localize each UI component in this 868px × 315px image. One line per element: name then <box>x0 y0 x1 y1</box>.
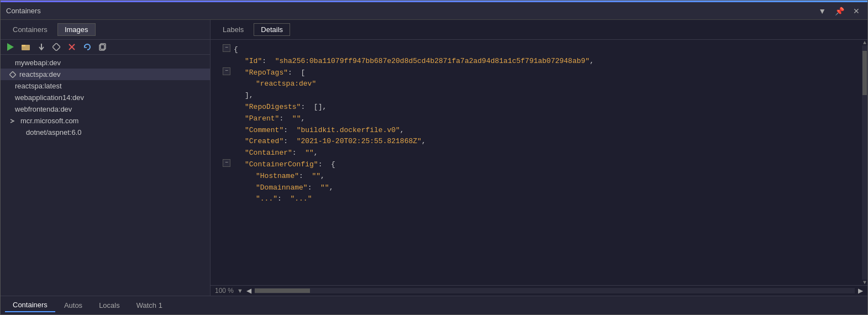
scroll-up-button[interactable]: ▲ <box>862 40 867 45</box>
item-label: reactspa:dev <box>19 70 60 78</box>
json-line: "reactspa:dev" <box>217 78 855 90</box>
copy-icon <box>99 43 107 51</box>
item-label: dotnet/aspnet:6.0 <box>26 128 81 136</box>
window-title: Containers <box>6 7 41 15</box>
json-line: − { <box>217 44 855 56</box>
main-content: Containers Images <box>1 20 867 296</box>
left-panel: Containers Images <box>1 20 211 296</box>
json-line: "Comment" : "buildkit.dockerfile.v0" , <box>217 125 855 136</box>
json-line: "Parent" : "" , <box>217 113 855 125</box>
close-button[interactable]: ✕ <box>851 6 862 17</box>
folder-button[interactable] <box>19 42 33 52</box>
json-line: "Domainname" : "" , <box>217 182 855 194</box>
right-bottom-area: 100 % ▼ ◀ ▶ <box>211 285 867 296</box>
list-item[interactable]: mcr.microsoft.com <box>1 115 210 127</box>
tab-labels[interactable]: Labels <box>216 24 250 35</box>
json-line: "Created" : "2021-10-20T02:25:55.821868Z… <box>217 136 855 148</box>
minimize-button[interactable]: ▼ <box>816 6 828 17</box>
refresh-button[interactable] <box>81 42 93 52</box>
tag-icon <box>52 43 60 51</box>
delete-button[interactable] <box>66 42 78 52</box>
item-label: mcr.microsoft.com <box>18 117 78 125</box>
right-scrollbar[interactable]: ▲ ▼ <box>862 40 867 285</box>
item-label: reactspa:latest <box>15 82 62 90</box>
item-label: webfrontenda:dev <box>15 105 72 113</box>
scroll-down-button[interactable]: ▼ <box>862 280 867 285</box>
collapse-button[interactable]: − <box>223 159 230 167</box>
json-view[interactable]: − { "Id" : "sha256:0ba11079ff947bb687e20… <box>211 40 862 285</box>
bottom-tab-autos[interactable]: Autos <box>56 299 90 312</box>
collapse-arrow-icon <box>9 118 15 124</box>
play-button[interactable] <box>5 42 16 52</box>
main-window: Containers ▼ 📌 ✕ Containers Images <box>0 0 868 315</box>
right-panel: Labels Details − { <box>211 20 867 296</box>
copy-button[interactable] <box>97 42 109 52</box>
diamond-icon <box>9 71 16 78</box>
json-line: "Container" : "" , <box>217 148 855 159</box>
list-item[interactable]: mywebapi:dev <box>1 57 210 69</box>
play-icon <box>7 43 14 51</box>
json-line: "RepoDigests" : [], <box>217 102 855 113</box>
json-line: "..." : "..." <box>217 193 855 205</box>
bottom-bar: Containers Autos Locals Watch 1 <box>1 296 867 314</box>
left-toolbar <box>1 40 210 55</box>
zoom-value: 100 % <box>215 287 234 295</box>
svg-rect-3 <box>52 43 60 51</box>
tree-container[interactable]: mywebapi:dev reactspa:dev reactspa:lates… <box>1 55 210 296</box>
h-scrollbar-track[interactable] <box>255 288 855 293</box>
scroll-left-arrow[interactable]: ◀ <box>246 287 251 295</box>
json-line: "Id" : "sha256:0ba11079ff947bb687e20d8d5… <box>217 56 855 67</box>
status-row: 100 % ▼ ◀ ▶ <box>211 286 867 296</box>
json-line: ], <box>217 90 855 102</box>
gutter: − <box>217 159 234 167</box>
list-item[interactable]: dotnet/aspnet:6.0 <box>1 127 210 138</box>
scroll-right-arrow[interactable]: ▶ <box>858 287 863 295</box>
bottom-tab-watch1[interactable]: Watch 1 <box>129 299 170 312</box>
json-panel: − { "Id" : "sha256:0ba11079ff947bb687e20… <box>211 40 867 285</box>
collapse-button[interactable]: − <box>223 67 230 75</box>
gutter: − <box>217 67 234 75</box>
bottom-tab-locals[interactable]: Locals <box>91 299 128 312</box>
right-tabs-row: Labels Details <box>211 20 867 40</box>
item-label: webapplication14:dev <box>15 93 84 102</box>
delete-icon <box>68 43 76 51</box>
list-item[interactable]: reactspa:dev <box>1 69 210 80</box>
gutter: − <box>217 44 234 52</box>
tab-details[interactable]: Details <box>254 23 290 36</box>
item-label: mywebapi:dev <box>15 59 61 67</box>
tab-images[interactable]: Images <box>57 23 96 36</box>
pin-button[interactable]: 📌 <box>833 6 846 17</box>
list-item[interactable]: reactspa:latest <box>1 80 210 92</box>
left-tabs-row: Containers Images <box>1 20 210 40</box>
title-bar-right: ▼ 📌 ✕ <box>816 6 862 17</box>
tag-button[interactable] <box>50 42 62 52</box>
list-item[interactable]: webfrontenda:dev <box>1 103 210 115</box>
down-button[interactable] <box>36 42 47 52</box>
folder-icon <box>22 43 30 51</box>
refresh-icon <box>83 43 91 51</box>
tab-containers[interactable]: Containers <box>6 24 54 35</box>
title-bar-left: Containers <box>6 7 41 15</box>
down-arrow-icon <box>38 43 45 51</box>
svg-rect-8 <box>9 71 15 77</box>
scrollbar-thumb[interactable] <box>862 51 867 95</box>
collapse-button[interactable]: − <box>223 44 230 52</box>
h-scrollbar-thumb[interactable] <box>255 288 310 293</box>
json-line: "Hostname" : "" , <box>217 171 855 182</box>
svg-rect-1 <box>22 45 25 46</box>
list-item[interactable]: webapplication14:dev <box>1 92 210 103</box>
zoom-dropdown-button[interactable]: ▼ <box>237 287 243 294</box>
scrollbar-track[interactable] <box>862 45 867 280</box>
title-bar: Containers ▼ 📌 ✕ <box>1 2 867 20</box>
json-line: − "ContainerConfig" : { <box>217 159 855 171</box>
bottom-tab-containers[interactable]: Containers <box>5 298 55 312</box>
json-line: − "RepoTags" : [ <box>217 67 855 79</box>
